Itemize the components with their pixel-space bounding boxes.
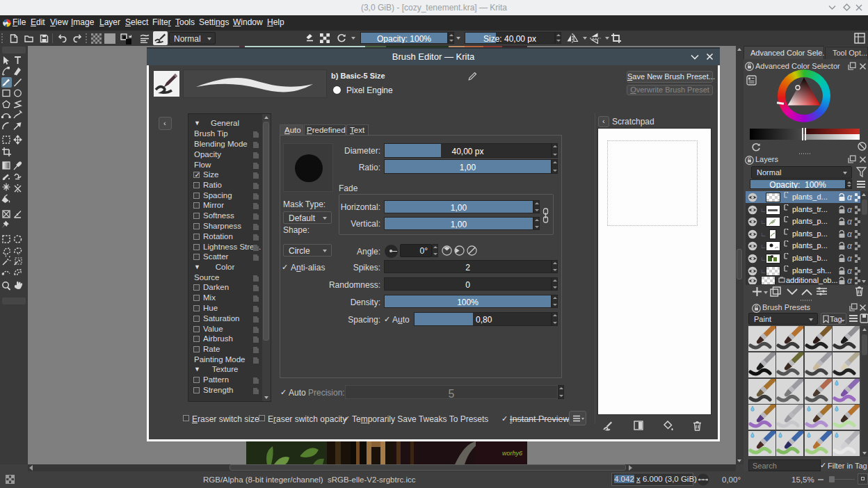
- svg-text:worhy6: worhy6: [502, 450, 522, 457]
